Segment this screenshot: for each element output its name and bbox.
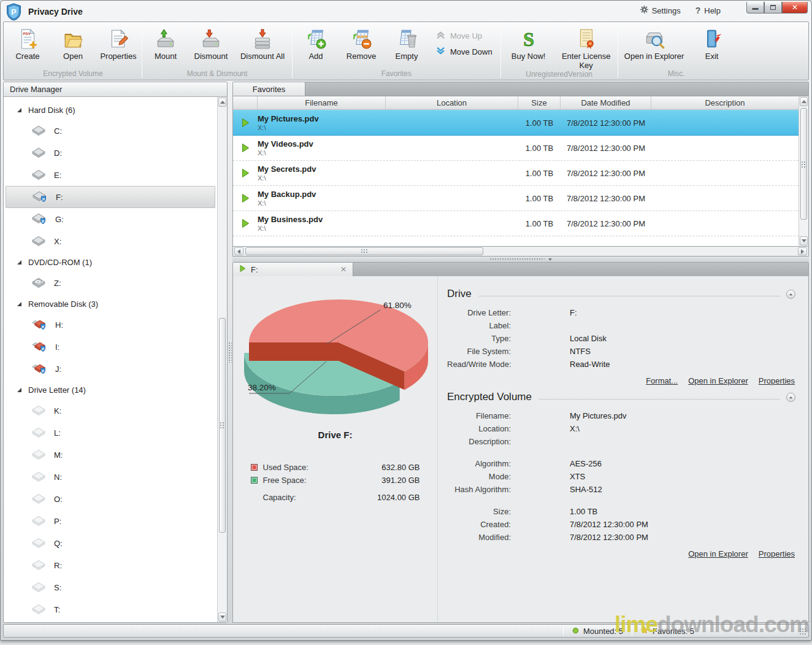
mount-button[interactable]: Mount: [143, 25, 188, 61]
resize-grip[interactable]: [799, 628, 807, 636]
properties-button[interactable]: Properties: [96, 25, 141, 61]
tree-item-q[interactable]: Q:: [6, 532, 215, 554]
link-open-in-explorer[interactable]: Open in Explorer: [688, 549, 748, 558]
open-in-explorer-button[interactable]: Open in Explorer: [619, 25, 690, 61]
toolbar-button-label: Buy Now!: [511, 52, 546, 61]
column-header-description[interactable]: Description: [651, 96, 799, 109]
tree-item-m[interactable]: M:: [6, 444, 215, 466]
toolbar-button-label: Open: [63, 52, 83, 61]
tree-item-g[interactable]: PG:: [6, 208, 215, 230]
tree-item-o[interactable]: O:: [6, 488, 215, 510]
tree-item-i[interactable]: PI:: [6, 336, 215, 358]
dismount-button[interactable]: Dismount: [188, 25, 234, 61]
link-format-[interactable]: Format...: [646, 376, 678, 385]
remove-button[interactable]: Remove: [339, 25, 384, 61]
panel-splitter[interactable]: [228, 82, 232, 623]
toolbar-button-label: Open in Explorer: [624, 52, 684, 61]
move-down-button[interactable]: Move Down: [436, 47, 492, 57]
tree-item-n[interactable]: N:: [6, 466, 215, 488]
expander-icon[interactable]: [17, 385, 22, 395]
table-row[interactable]: My Pictures.pdvX:\1.00 TB7/8/2012 12:30:…: [233, 110, 799, 136]
tree-item-u[interactable]: U:: [6, 620, 215, 622]
settings-button[interactable]: Settings: [633, 2, 688, 17]
tree-item-k[interactable]: K:: [6, 400, 215, 422]
date-modified-cell: 7/8/2012 12:30:00 PM: [561, 186, 651, 210]
toolbar-group: MountDismountDismount AllMount & Dismoun…: [143, 23, 291, 80]
tree-item-l[interactable]: L:: [6, 422, 215, 444]
tab-drive-f[interactable]: F: ✕: [233, 263, 353, 276]
column-header-size[interactable]: Size: [518, 96, 561, 109]
table-scrollbar-thumb[interactable]: [800, 108, 807, 220]
tree-item-x[interactable]: X:: [6, 230, 215, 252]
tree-item-h[interactable]: PH:: [6, 314, 215, 336]
column-header-icon[interactable]: [233, 96, 258, 109]
toolbar-stack: Move UpMove Down: [432, 25, 500, 57]
tree-item-r[interactable]: R:: [6, 554, 215, 576]
location-cell: [386, 161, 518, 185]
field-group: Algorithm:AES-256Mode:XTSHash Algorithm:…: [447, 457, 795, 496]
tab-favorites[interactable]: Favorites: [233, 82, 305, 96]
maximize-button[interactable]: [764, 2, 782, 14]
tree-item-z[interactable]: Z:: [6, 272, 215, 294]
table-hscrollbar-thumb[interactable]: [245, 247, 483, 255]
table-scroll-down-icon[interactable]: [800, 236, 808, 245]
horizontal-splitter[interactable]: [232, 257, 809, 262]
tree-item-t[interactable]: T:: [6, 598, 215, 620]
tree-scroll-down-icon[interactable]: [218, 612, 226, 622]
table-row[interactable]: My Business.pdvX:\1.00 TB7/8/2012 12:30:…: [233, 211, 799, 236]
tree-group-removable-disk-3-[interactable]: Removable Disk (3): [4, 294, 217, 314]
empty-button[interactable]: Empty: [384, 25, 429, 61]
toolbar-group-caption: Encrypted Volume: [5, 69, 141, 80]
table-row[interactable]: My Backup.pdvX:\1.00 TB7/8/2012 12:30:00…: [233, 186, 799, 211]
link-properties[interactable]: Properties: [759, 376, 795, 385]
column-header-location[interactable]: Location: [386, 96, 518, 109]
usb-mounted-icon: P: [31, 317, 47, 332]
open-button[interactable]: Open: [50, 25, 96, 61]
tree-group-hard-disk-6-[interactable]: Hard Disk (6): [4, 100, 217, 120]
license-key-button[interactable]: Enter License Key: [556, 25, 617, 70]
table-scroll-right-icon[interactable]: [798, 247, 807, 255]
minimize-button[interactable]: ▬: [746, 2, 764, 14]
help-icon: ?: [695, 6, 701, 15]
tree-item-c[interactable]: C:: [6, 120, 215, 142]
drive-collapse-button[interactable]: [786, 290, 795, 299]
tree-item-d[interactable]: D:: [6, 142, 215, 164]
tree-scroll-up-icon[interactable]: [218, 98, 226, 107]
table-row[interactable]: My Videos.pdvX:\1.00 TB7/8/2012 12:30:00…: [233, 136, 799, 161]
move-up-button[interactable]: Move Up: [436, 31, 492, 41]
add-button[interactable]: Add: [293, 25, 339, 61]
table-scroll-up-icon[interactable]: [800, 97, 808, 106]
date-modified-cell: 7/8/2012 12:30:00 PM: [561, 211, 651, 236]
column-header-date-modified[interactable]: Date Modified: [561, 96, 651, 109]
dismount-all-button[interactable]: Dismount All: [234, 25, 291, 61]
tree-scrollbar-thumb[interactable]: [219, 318, 226, 533]
table-scrollbar[interactable]: [799, 96, 808, 246]
column-header-filename[interactable]: Filename: [258, 96, 386, 109]
table-hscrollbar[interactable]: [232, 247, 809, 257]
table-scroll-left-icon[interactable]: [234, 247, 243, 255]
link-open-in-explorer[interactable]: Open in Explorer: [688, 376, 748, 385]
tree-group-drive-letter-14-[interactable]: Drive Letter (14): [4, 380, 217, 400]
tree-group-dvd-cd-rom-1-[interactable]: DVD/CD-ROM (1): [4, 252, 217, 272]
close-button[interactable]: ✕: [782, 2, 808, 14]
tab-close-icon[interactable]: ✕: [340, 265, 347, 274]
tree-item-j[interactable]: PJ:: [6, 358, 215, 380]
dismount-icon: [201, 26, 221, 52]
tree-item-s[interactable]: S:: [6, 576, 215, 598]
create-button[interactable]: PDVCreate: [5, 25, 50, 61]
tree-item-p[interactable]: P:: [6, 510, 215, 532]
link-properties[interactable]: Properties: [759, 549, 795, 558]
tree-scrollbar[interactable]: [217, 97, 227, 622]
exit-button[interactable]: Exit: [690, 25, 734, 61]
buy-now-button[interactable]: SBuy Now!: [502, 25, 556, 61]
tree-item-f[interactable]: PF:: [6, 186, 215, 208]
expander-icon[interactable]: [17, 299, 22, 309]
buy-now-icon: S: [518, 26, 539, 52]
expander-icon[interactable]: [17, 106, 22, 115]
volume-collapse-button[interactable]: [786, 393, 795, 402]
tree-item-e[interactable]: E:: [6, 164, 215, 186]
table-row[interactable]: My Secrets.pdvX:\1.00 TB7/8/2012 12:30:0…: [233, 161, 799, 186]
expander-icon[interactable]: [17, 258, 22, 267]
location-subtext: X:\: [258, 199, 386, 207]
help-button[interactable]: ? Help: [688, 2, 728, 17]
